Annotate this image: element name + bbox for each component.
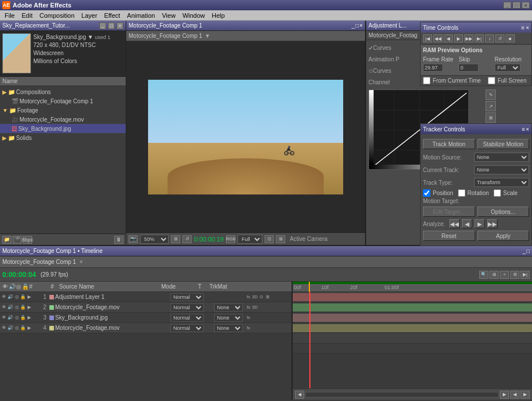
layer4-fx-btn[interactable]: fx <box>246 325 251 331</box>
comp-fit-btn[interactable]: ⊞ <box>171 235 180 243</box>
minimize-btn[interactable]: _ <box>503 2 511 9</box>
layer1-lock-btn[interactable]: 🔒 <box>20 294 26 300</box>
tracker-menu-btn[interactable]: ≡ <box>522 126 525 133</box>
analyze-back-btn[interactable]: ◀ <box>462 219 472 228</box>
layer4-collapse-btn[interactable]: ▶ <box>26 325 32 331</box>
layer2-solo-btn[interactable]: ◎ <box>14 305 20 310</box>
layer2-3d-btn[interactable]: 3D <box>252 305 258 310</box>
motion-source-select[interactable]: None <box>474 153 529 162</box>
tl-scroll-right2-btn[interactable]: ▶ <box>521 391 530 399</box>
menu-layer[interactable]: Layer <box>78 10 101 20</box>
layer1-audio-btn[interactable]: 🔊 <box>7 294 13 300</box>
tree-compositions[interactable]: ▶ 📁 Compositions <box>0 87 126 96</box>
project-close-btn[interactable]: × <box>117 22 123 29</box>
layer4-vis-btn[interactable]: 👁 <box>1 325 7 331</box>
analyze-fwd-btn[interactable]: ▶ <box>475 219 485 228</box>
tree-comp1[interactable]: 🎬 Motorcycle_Footage Comp 1 <box>0 96 126 106</box>
tl-scroll-right-btn[interactable]: ▶ <box>500 391 509 399</box>
tc-first-btn[interactable]: |◀ <box>423 34 432 42</box>
layer4-lock-btn[interactable]: 🔒 <box>20 325 26 331</box>
tc-close-btn[interactable]: × <box>526 25 529 31</box>
layer1-adj-btn[interactable]: ⊞ <box>265 294 270 300</box>
layer4-trkmat-select[interactable]: None <box>214 324 243 332</box>
project-color-btn[interactable]: 8bpc <box>23 236 32 244</box>
from-current-checkbox[interactable] <box>423 77 430 84</box>
comp-channels-btn[interactable]: RGB <box>226 235 235 243</box>
zoom-select[interactable]: 50%100%25% <box>140 235 169 244</box>
project-max-btn[interactable]: □ <box>108 22 115 29</box>
edit-target-btn[interactable]: Edit Target... <box>423 207 475 217</box>
maximize-btn[interactable]: □ <box>512 2 521 9</box>
tl-horizontal-scrollbar[interactable] <box>305 392 499 398</box>
tl-scroll-left2-btn[interactable]: ◀ <box>510 391 519 399</box>
layer2-collapse-btn[interactable]: ▶ <box>26 305 32 310</box>
project-min-btn[interactable]: _ <box>99 22 106 29</box>
project-delete-btn[interactable]: 🗑 <box>114 236 123 244</box>
comp-grid-btn[interactable]: ⊞ <box>276 235 285 243</box>
analyze-fwd-all-btn[interactable]: ▶▶ <box>487 219 498 228</box>
timeline-min-btn[interactable]: _ <box>522 248 526 254</box>
options-btn[interactable]: Options... <box>477 207 530 217</box>
tc-next-btn[interactable]: ▶▶ <box>464 34 473 42</box>
layer2-lock-btn[interactable]: 🔒 <box>20 305 26 310</box>
menu-edit[interactable]: Edit <box>18 10 36 20</box>
tc-menu-btn[interactable]: ≡ <box>521 25 525 31</box>
layer3-trkmat-select[interactable]: None <box>214 314 243 322</box>
apply-btn[interactable]: Apply <box>477 231 530 241</box>
tl-settings-btn[interactable]: ⚙ <box>510 271 519 279</box>
project-new-comp-btn[interactable]: 🎬 <box>13 236 22 244</box>
track-motion-btn[interactable]: Track Motion <box>423 139 475 149</box>
skip-input[interactable] <box>459 64 479 72</box>
layer3-lock-btn[interactable]: 🔒 <box>20 315 26 321</box>
menu-composition[interactable]: Composition <box>36 10 78 20</box>
position-checkbox[interactable] <box>423 189 430 197</box>
rotation-checkbox[interactable] <box>458 189 465 197</box>
tl-search-btn[interactable]: 🔍 <box>479 271 488 279</box>
layer1-solo-btn[interactable]: ◎ <box>14 294 20 300</box>
comp-min-btn[interactable]: _ <box>352 22 355 29</box>
layer1-3d-btn[interactable]: 3D <box>252 294 258 300</box>
tc-audio-btn[interactable]: ♪ <box>485 34 494 42</box>
scale-checkbox[interactable] <box>494 189 501 197</box>
layer2-trkmat-select[interactable]: None <box>214 303 243 312</box>
menu-animation[interactable]: Animation <box>123 10 158 20</box>
layer1-motion-btn[interactable]: ⊙ <box>258 294 264 300</box>
layer1-mode-select[interactable]: Normal <box>170 293 204 301</box>
curves-pencil-btn[interactable]: ✎ <box>486 89 496 100</box>
close-btn[interactable]: × <box>522 2 530 9</box>
layer2-vis-btn[interactable]: 👁 <box>1 305 7 310</box>
layer3-fx-btn[interactable]: fx <box>246 315 251 321</box>
layer2-audio-btn[interactable]: 🔊 <box>7 305 13 310</box>
resolution-select[interactable]: FullHalfQuarter <box>495 64 521 72</box>
quality-select[interactable]: FullHalf <box>238 235 262 244</box>
tc-play-btn[interactable]: ▶ <box>454 34 463 42</box>
layer3-audio-btn[interactable]: 🔊 <box>7 315 13 321</box>
tc-stop-btn[interactable]: ■ <box>506 34 515 42</box>
menu-window[interactable]: Window <box>179 10 208 20</box>
layer2-mode-select[interactable]: Normal <box>170 303 204 312</box>
comp-roi-btn[interactable]: ⊡ <box>265 235 274 243</box>
analyze-back-all-btn[interactable]: ◀◀ <box>449 219 460 228</box>
menu-help[interactable]: Help <box>208 10 228 20</box>
tracker-close-btn[interactable]: × <box>526 126 529 133</box>
layer4-audio-btn[interactable]: 🔊 <box>7 325 13 331</box>
layer3-vis-btn[interactable]: 👁 <box>1 315 7 321</box>
layer4-solo-btn[interactable]: ◎ <box>14 325 20 331</box>
layer3-mode-select[interactable]: Normal <box>170 314 204 322</box>
layer1-vis-btn[interactable]: 👁 <box>1 294 7 300</box>
comp-close-btn[interactable]: × <box>359 22 363 29</box>
tc-last-btn[interactable]: ▶| <box>475 34 484 42</box>
tl-end-btn[interactable]: ▶| <box>521 271 530 279</box>
project-new-folder-btn[interactable]: 📁 <box>2 236 11 244</box>
tree-footage-mov[interactable]: 🎥 Motorcycle_Footage.mov <box>0 115 126 124</box>
tree-sky-bg[interactable]: 🖼 Sky_Background.jpg <box>0 124 126 133</box>
comp-snap-btn[interactable]: 📷 <box>129 235 138 243</box>
tl-add-btn[interactable]: + <box>500 271 509 279</box>
comp-reset-btn[interactable]: ↺ <box>182 235 192 243</box>
comp-max-btn[interactable]: □ <box>355 22 359 29</box>
menu-file[interactable]: File <box>1 10 18 20</box>
reset-btn[interactable]: Reset <box>423 231 475 241</box>
track-type-select[interactable]: Transform <box>474 178 529 187</box>
stabilize-motion-btn[interactable]: Stabilize Motion <box>477 139 530 149</box>
tc-prev-frame-btn[interactable]: ◀◀ <box>433 34 442 42</box>
